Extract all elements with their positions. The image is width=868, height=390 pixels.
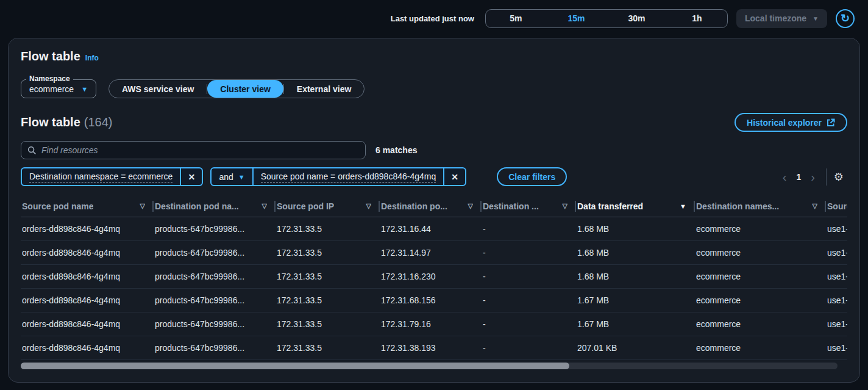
flow-table-panel: Flow table Info Namespace ecommerce ▼ AW… <box>8 38 860 383</box>
timezone-select[interactable]: Local timezone ▼ <box>736 9 827 28</box>
view-segmented-control: AWS service view Cluster view External v… <box>108 79 365 98</box>
table-cell: 1.67 MB <box>576 288 695 312</box>
external-link-icon <box>827 118 835 127</box>
table-cell: orders-dd898c846-4g4mq <box>21 264 154 288</box>
tab-aws-service-view[interactable]: AWS service view <box>109 80 207 98</box>
table-cell: orders-dd898c846-4g4mq <box>21 240 154 264</box>
sort-icon[interactable]: ▽ <box>468 202 473 210</box>
refresh-button[interactable]: ↻ <box>836 9 855 28</box>
table-cell: ecommerce <box>695 217 826 240</box>
scrollbar-thumb[interactable] <box>21 363 569 369</box>
table-cell: 172.31.33.5 <box>276 312 380 336</box>
table-cell: 172.31.14.97 <box>380 240 482 264</box>
pagination: ‹ 1 › ⚙ <box>779 168 847 186</box>
column-header-label: Destination pod na... <box>155 201 239 211</box>
table-count: (164) <box>84 115 113 129</box>
column-header[interactable]: Source pod name▽ <box>21 196 154 217</box>
column-header[interactable]: Source pod IP▽ <box>276 196 380 217</box>
filter-token-text: Source pod name = orders-dd898c846-4g4mq <box>254 168 444 185</box>
namespace-select[interactable]: Namespace ecommerce ▼ <box>21 79 96 98</box>
filter-token-label[interactable]: Destination namespace = ecommerce <box>29 172 173 182</box>
table-row: orders-dd898c846-4g4mqproducts-647bc9998… <box>21 217 847 240</box>
tab-external-view[interactable]: External view <box>284 80 365 98</box>
column-header[interactable]: Destination pod na...▽ <box>154 196 276 217</box>
historical-explorer-button[interactable]: Historical explorer <box>735 113 847 132</box>
table-cell: products-647bc99986... <box>154 217 276 240</box>
next-page-button[interactable]: › <box>807 171 819 183</box>
matches-count: 6 matches <box>375 145 417 155</box>
table-cell: ecommerce <box>695 288 826 312</box>
filter-token-text: Destination namespace = ecommerce <box>22 168 180 185</box>
column-header[interactable]: Destination ...▽ <box>482 196 576 217</box>
column-header-label: Destination po... <box>381 201 447 211</box>
table-cell: 172.31.33.5 <box>276 217 380 240</box>
column-header-label: Destination ... <box>483 201 539 211</box>
sort-icon[interactable]: ▽ <box>366 202 371 210</box>
column-header[interactable]: Destination po...▽ <box>380 196 482 217</box>
column-header[interactable]: Destination names...▽ <box>695 196 826 217</box>
time-range-30m[interactable]: 30m <box>607 10 667 27</box>
table-cell: 172.31.16.44 <box>380 217 482 240</box>
table-row: orders-dd898c846-4g4mqproducts-647bc9998… <box>21 288 847 312</box>
column-header-label: Source pod name <box>22 201 93 211</box>
pagination-divider <box>826 168 827 186</box>
panel-header: Flow table Info <box>21 49 847 63</box>
table-cell: 172.31.16.230 <box>380 264 482 288</box>
table-cell: 172.31.33.5 <box>276 264 380 288</box>
flow-table-wrap: Source pod name▽Destination pod na...▽So… <box>21 196 847 360</box>
time-range-5m[interactable]: 5m <box>486 10 546 27</box>
table-cell: - <box>482 288 576 312</box>
table-cell: products-647bc99986... <box>154 312 276 336</box>
sort-icon[interactable]: ▽ <box>813 202 817 210</box>
timezone-label: Local timezone <box>745 13 806 23</box>
current-page[interactable]: 1 <box>790 172 807 182</box>
table-cell: products-647bc99986... <box>154 264 276 288</box>
table-cell: ecommerce <box>695 336 826 359</box>
table-row: orders-dd898c846-4g4mqproducts-647bc9998… <box>21 264 847 288</box>
controls-row: Namespace ecommerce ▼ AWS service view C… <box>21 79 847 98</box>
filter-token-label[interactable]: Source pod name = orders-dd898c846-4g4mq <box>261 172 436 182</box>
namespace-label: Namespace <box>26 74 73 83</box>
table-title: Flow table <box>21 115 80 129</box>
search-icon <box>27 146 37 155</box>
table-cell: ecommerce <box>695 240 826 264</box>
flow-table-head-row: Source pod name▽Destination pod na...▽So… <box>21 196 847 217</box>
table-cell: orders-dd898c846-4g4mq <box>21 336 154 359</box>
info-link[interactable]: Info <box>85 54 99 62</box>
table-cell: 1.67 MB <box>576 312 695 336</box>
search-input[interactable] <box>41 145 359 155</box>
table-cell: products-647bc99986... <box>154 240 276 264</box>
filter-operator-select[interactable]: and ▼ <box>212 168 252 185</box>
table-cell: use1- <box>826 312 847 336</box>
time-range-group: 5m 15m 30m 1h <box>485 9 728 28</box>
column-header-label: Data transferred <box>577 201 643 211</box>
remove-filter-button[interactable]: ✕ <box>444 168 465 185</box>
table-row: orders-dd898c846-4g4mqproducts-647bc9998… <box>21 240 847 264</box>
table-cell: 172.31.33.5 <box>276 288 380 312</box>
table-cell: 207.01 KB <box>576 336 695 359</box>
sort-icon[interactable]: ▽ <box>262 202 267 210</box>
time-range-1h[interactable]: 1h <box>667 10 727 27</box>
top-toolbar: Last updated just now 5m 15m 30m 1h Loca… <box>0 0 868 37</box>
column-header[interactable]: Source▽ <box>826 196 847 217</box>
table-row: orders-dd898c846-4g4mqproducts-647bc9998… <box>21 312 847 336</box>
tab-cluster-view[interactable]: Cluster view <box>207 80 283 98</box>
table-cell: - <box>482 312 576 336</box>
table-cell: 172.31.68.156 <box>380 288 482 312</box>
clear-filters-button[interactable]: Clear filters <box>497 167 567 186</box>
chevron-down-icon: ▼ <box>813 15 819 22</box>
table-cell: 1.68 MB <box>576 240 695 264</box>
table-cell: 172.31.33.5 <box>276 240 380 264</box>
sort-descending-icon[interactable]: ▼ <box>680 203 686 210</box>
column-header[interactable]: Data transferred▼ <box>576 196 695 217</box>
time-range-15m[interactable]: 15m <box>546 10 607 27</box>
filter-operator-label: and <box>219 172 233 182</box>
filter-row: Destination namespace = ecommerce ✕ and … <box>21 167 847 186</box>
table-cell: ecommerce <box>695 312 826 336</box>
table-cell: use1- <box>826 217 847 240</box>
sort-icon[interactable]: ▽ <box>140 202 145 210</box>
sort-icon[interactable]: ▽ <box>563 202 567 210</box>
remove-filter-button[interactable]: ✕ <box>181 168 202 185</box>
previous-page-button[interactable]: ‹ <box>779 171 791 183</box>
gear-icon[interactable]: ⚙ <box>834 170 844 184</box>
